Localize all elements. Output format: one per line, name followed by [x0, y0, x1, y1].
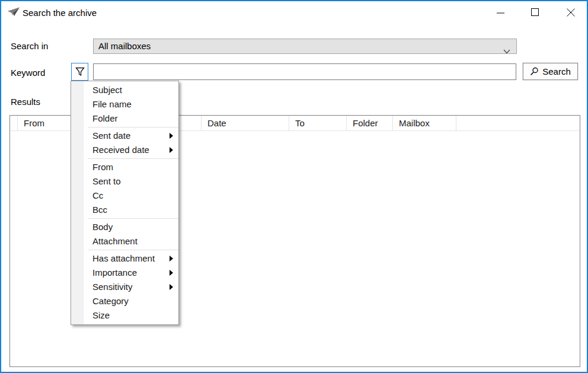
- search-button[interactable]: Search: [523, 63, 578, 80]
- menu-item-sensitivity[interactable]: Sensitivity: [71, 280, 178, 294]
- column-header-to[interactable]: To: [289, 116, 347, 130]
- menu-item-bcc[interactable]: Bcc: [71, 203, 178, 217]
- submenu-arrow-icon: [170, 147, 173, 153]
- submenu-arrow-icon: [170, 256, 173, 262]
- menu-item-body[interactable]: Body: [71, 220, 178, 234]
- menu-item-sent-date[interactable]: Sent date: [71, 129, 178, 143]
- menu-item-size[interactable]: Size: [71, 308, 178, 323]
- menu-item-from[interactable]: From: [71, 160, 178, 174]
- menu-item-has-attachment[interactable]: Has attachment: [71, 251, 178, 266]
- menu-item-importance[interactable]: Importance: [71, 266, 178, 280]
- submenu-arrow-icon: [170, 133, 173, 139]
- search-in-value: All mailboxes: [98, 41, 151, 51]
- submenu-arrow-icon: [170, 284, 173, 290]
- search-button-label: Search: [542, 66, 571, 76]
- chevron-down-icon: [503, 44, 510, 58]
- menu-item-category[interactable]: Category: [71, 294, 178, 308]
- search-in-label: Search in: [11, 41, 48, 51]
- title-bar: Search the archive: [1, 1, 587, 25]
- column-header-date[interactable]: Date: [202, 116, 289, 130]
- menu-separator: [88, 158, 178, 159]
- column-header-filler: [456, 116, 580, 130]
- menu-item-sent-to[interactable]: Sent to: [71, 174, 178, 189]
- menu-item-file-name[interactable]: File name: [71, 97, 178, 111]
- maximize-button[interactable]: [526, 4, 545, 21]
- submenu-arrow-icon: [170, 270, 173, 276]
- close-button[interactable]: [561, 4, 580, 21]
- keyword-input[interactable]: [93, 63, 516, 80]
- menu-item-received-date[interactable]: Received date: [71, 143, 178, 157]
- menu-item-folder[interactable]: Folder: [71, 111, 178, 126]
- maximize-icon: [531, 8, 539, 17]
- column-header-mailbox[interactable]: Mailbox: [393, 116, 456, 130]
- filter-button[interactable]: [71, 63, 88, 81]
- minimize-button[interactable]: [491, 4, 510, 21]
- column-header-folder[interactable]: Folder: [347, 116, 393, 130]
- keyword-label: Keyword: [11, 68, 45, 78]
- menu-separator: [88, 218, 178, 219]
- close-icon: [567, 8, 576, 17]
- filter-menu: Subject File name Folder Sent date Recei…: [71, 81, 179, 325]
- menu-item-attachment[interactable]: Attachment: [71, 234, 178, 248]
- funnel-icon: [75, 67, 85, 76]
- menu-item-cc[interactable]: Cc: [71, 189, 178, 203]
- search-in-select[interactable]: All mailboxes: [93, 39, 517, 54]
- minimize-icon: [497, 8, 505, 17]
- search-icon: [530, 67, 539, 76]
- menu-separator: [88, 127, 178, 127]
- menu-item-subject[interactable]: Subject: [71, 83, 178, 97]
- search-archive-window: Search the archive Search in All mailbox…: [0, 0, 588, 373]
- column-header-blank[interactable]: [10, 116, 18, 130]
- window-title: Search the archive: [23, 8, 97, 18]
- app-logo-icon: [7, 7, 20, 18]
- menu-separator: [88, 250, 178, 250]
- results-label: Results: [11, 97, 40, 107]
